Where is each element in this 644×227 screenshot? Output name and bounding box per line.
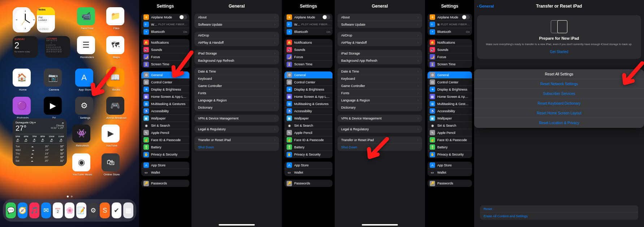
sidebar-item-home-screen-app-library[interactable]: ▦ Home Screen & App Library bbox=[141, 93, 189, 100]
sidebar-item-home-screen-app-library[interactable]: ▦ Home Screen & App Library bbox=[428, 93, 472, 100]
action-reset[interactable]: Reset bbox=[480, 205, 638, 213]
detail-item-airdrop[interactable]: AirDrop › bbox=[338, 32, 422, 39]
app-camera[interactable]: 📷 Camera bbox=[44, 69, 64, 91]
action-erase-all-content-and-settings[interactable]: Erase All Content and Settings bbox=[480, 213, 638, 220]
popover-item-reset-home-screen-layout[interactable]: Reset Home Screen Layout bbox=[474, 108, 644, 118]
detail-item-software-update[interactable]: Software Update › bbox=[194, 21, 279, 28]
detail-item-software-update[interactable]: Software Update › bbox=[338, 21, 422, 28]
detail-item-keyboard[interactable]: Keyboard › bbox=[194, 75, 279, 82]
sidebar-item-wallpaper[interactable]: ▣ Wallpaper bbox=[141, 115, 189, 122]
sidebar-item-multitasking-gestures[interactable]: ⊞ Multitasking & Gestures bbox=[428, 100, 472, 108]
app-youtube[interactable]: ▶ YouTube bbox=[102, 125, 122, 147]
popover-item-reset-keyboard-dictionary[interactable]: Reset Keyboard Dictionary bbox=[474, 99, 644, 108]
sidebar-item-multitasking-gestures[interactable]: ⊞ Multitasking & Gestures bbox=[284, 100, 332, 108]
popover-item-reset-all-settings[interactable]: Reset All Settings bbox=[474, 69, 644, 79]
sidebar-item-app-store[interactable]: A App Store bbox=[141, 162, 189, 169]
sidebar-item-airplane-mode[interactable]: ✈ Airplane Mode bbox=[428, 14, 472, 21]
calendar-month-widget[interactable]: OCTOBER S M T W T F S 12 3 4 5 6 7 89 10… bbox=[45, 36, 70, 58]
sidebar-item-airplane-mode[interactable]: ✈ Airplane Mode bbox=[141, 14, 189, 21]
toggle[interactable] bbox=[179, 15, 187, 19]
app-retroarch[interactable]: 👾 RetroArch bbox=[72, 125, 93, 147]
sidebar-item-passwords[interactable]: 🔑 Passwords bbox=[284, 180, 332, 187]
detail-item-about[interactable]: About › bbox=[194, 14, 279, 21]
detail-item-vpn-device-management[interactable]: VPN & Device Management › bbox=[338, 115, 422, 122]
sidebar-item-face-id-passcode[interactable]: ☝ Face ID & Passcode bbox=[141, 136, 189, 144]
sidebar-item-passwords[interactable]: 🔑 Passwords bbox=[428, 180, 472, 187]
sidebar-item-display-brightness[interactable]: ☀ Display & Brightness bbox=[141, 86, 189, 93]
dock-app[interactable]: ▦ bbox=[123, 202, 133, 218]
toggle[interactable] bbox=[322, 15, 330, 19]
sidebar-item-battery[interactable]: 🔋 Battery bbox=[428, 144, 472, 151]
sidebar-item-airplane-mode[interactable]: ✈ Airplane Mode bbox=[284, 14, 332, 21]
dock-app[interactable]: 🌸 bbox=[65, 202, 75, 218]
detail-item-background-app-refresh[interactable]: Background App Refresh › bbox=[338, 57, 422, 64]
sidebar-item-battery[interactable]: 🔋 Battery bbox=[284, 144, 332, 151]
dock-app[interactable]: ⚙ bbox=[88, 202, 98, 218]
toggle[interactable] bbox=[462, 15, 470, 19]
sidebar-item-siri-search[interactable]: ◉ Siri & Search bbox=[141, 122, 189, 129]
sidebar-item-face-id-passcode[interactable]: ☝ Face ID & Passcode bbox=[428, 136, 472, 144]
detail-item-dictionary[interactable]: Dictionary › bbox=[338, 104, 422, 111]
popover-item-reset-location-privacy[interactable]: Reset Location & Privacy bbox=[474, 118, 644, 128]
detail-item-game-controller[interactable]: Game Controller › bbox=[194, 82, 279, 90]
app-facetime[interactable]: 📹 FaceTime bbox=[77, 7, 97, 34]
sidebar-item-accessibility[interactable]: ♿ Accessibility bbox=[428, 108, 472, 115]
sidebar-item-notifications[interactable]: 🔔 Notifications bbox=[141, 39, 189, 46]
sidebar-item-bluetooth[interactable]: ᛭ Bluetooth On bbox=[141, 28, 189, 35]
detail-item-airdrop[interactable]: AirDrop › bbox=[194, 32, 279, 39]
sidebar-item-focus[interactable]: 🌙 Focus bbox=[428, 53, 472, 61]
detail-item-language-region[interactable]: Language & Region › bbox=[194, 97, 279, 104]
detail-item-legal-regulatory[interactable]: Legal & Regulatory › bbox=[338, 126, 422, 133]
app-home[interactable]: 🏠 Home bbox=[13, 69, 33, 91]
sidebar-item-privacy-security[interactable]: ✋ Privacy & Security bbox=[428, 151, 472, 158]
detail-item-ipad-storage[interactable]: iPad Storage › bbox=[338, 50, 422, 57]
sidebar-item-notifications[interactable]: 🔔 Notifications bbox=[428, 39, 472, 46]
sidebar-item-battery[interactable]: 🔋 Battery bbox=[141, 144, 189, 151]
sidebar-item-wallpaper[interactable]: ▣ Wallpaper bbox=[428, 115, 472, 122]
detail-item-about[interactable]: About › bbox=[338, 14, 422, 21]
detail-item-legal-regulatory[interactable]: Legal & Regulatory › bbox=[194, 126, 279, 133]
sidebar-item-apple-pencil[interactable]: ✎ Apple Pencil bbox=[284, 129, 332, 136]
sidebar-item-wallpaper[interactable]: ▣ Wallpaper bbox=[284, 115, 332, 122]
sidebar-item-control-center[interactable]: ⊟ Control Center bbox=[284, 79, 332, 86]
detail-item-transfer-or-reset-ipad[interactable]: Transfer or Reset iPad › bbox=[194, 136, 279, 144]
dock-app[interactable]: 🎵 bbox=[29, 202, 39, 218]
weather-widget[interactable]: Dumaguete City ▾ 27° ☁ Cloudy H:31° L:25… bbox=[13, 118, 67, 166]
app-youtube-music[interactable]: ◉ YouTube Music bbox=[72, 153, 93, 176]
detail-item-background-app-refresh[interactable]: Background App Refresh › bbox=[194, 57, 279, 64]
sidebar-item-face-id-passcode[interactable]: ☝ Face ID & Passcode bbox=[284, 136, 332, 144]
sidebar-item-apple-pencil[interactable]: ✎ Apple Pencil bbox=[141, 129, 189, 136]
dock-app[interactable]: MON2 bbox=[53, 202, 63, 218]
sidebar-item-wi-fi[interactable]: ᯤ Wi-Fi PLDT HOME FIBER… bbox=[428, 21, 472, 28]
sidebar-item-apple-pencil[interactable]: ✎ Apple Pencil bbox=[428, 129, 472, 136]
sidebar-item-siri-search[interactable]: ◉ Siri & Search bbox=[284, 122, 332, 129]
dock-app[interactable]: 📝 bbox=[76, 202, 86, 218]
sidebar-item-bluetooth[interactable]: ᛭ Bluetooth On bbox=[428, 28, 472, 35]
app-podcasts[interactable]: 🟣 Podcasts bbox=[13, 97, 33, 119]
popover-item-reset-network-settings[interactable]: Reset Network Settings bbox=[474, 79, 644, 89]
app-maps[interactable]: 🗺 Maps bbox=[106, 36, 126, 59]
detail-item-fonts[interactable]: Fonts › bbox=[194, 90, 279, 97]
detail-item-date-time[interactable]: Date & Time › bbox=[194, 68, 279, 75]
sidebar-item-display-brightness[interactable]: ☀ Display & Brightness bbox=[284, 86, 332, 93]
sidebar-item-accessibility[interactable]: ♿ Accessibility bbox=[141, 108, 189, 115]
sidebar-item-app-store[interactable]: A App Store bbox=[284, 162, 332, 169]
detail-item-ipad-storage[interactable]: iPad Storage › bbox=[194, 50, 279, 57]
sidebar-item-control-center[interactable]: ⊟ Control Center bbox=[428, 79, 472, 86]
dock-app[interactable]: ✉ bbox=[41, 202, 51, 218]
sidebar-item-home-screen-app-library[interactable]: ▦ Home Screen & App Library bbox=[284, 93, 332, 100]
detail-item-keyboard[interactable]: Keyboard › bbox=[338, 75, 422, 82]
back-button[interactable]: ‹ General bbox=[477, 0, 494, 12]
sidebar-item-wi-fi[interactable]: ᯤ Wi-Fi PLDT HOME FIBER… bbox=[284, 21, 332, 28]
sidebar-item-display-brightness[interactable]: ☀ Display & Brightness bbox=[428, 86, 472, 93]
sidebar-item-sounds[interactable]: 🔊 Sounds bbox=[284, 46, 332, 53]
sidebar-item-wallet[interactable]: ▭ Wallet bbox=[428, 169, 472, 176]
app-files[interactable]: 📁 Files bbox=[106, 7, 126, 34]
sidebar-item-general[interactable]: ⚙ General bbox=[428, 71, 472, 79]
sidebar-item-wallet[interactable]: ▭ Wallet bbox=[141, 169, 189, 176]
calendar-day-widget[interactable]: SUNDAY 2 No events today bbox=[13, 36, 38, 58]
sidebar-item-privacy-security[interactable]: ✋ Privacy & Security bbox=[141, 151, 189, 158]
popover-item-subscriber-services[interactable]: Subscriber Services bbox=[474, 89, 644, 99]
app-tv[interactable]: ▶ TV bbox=[44, 97, 64, 119]
sidebar-item-bluetooth[interactable]: ᛭ Bluetooth On bbox=[284, 28, 332, 35]
